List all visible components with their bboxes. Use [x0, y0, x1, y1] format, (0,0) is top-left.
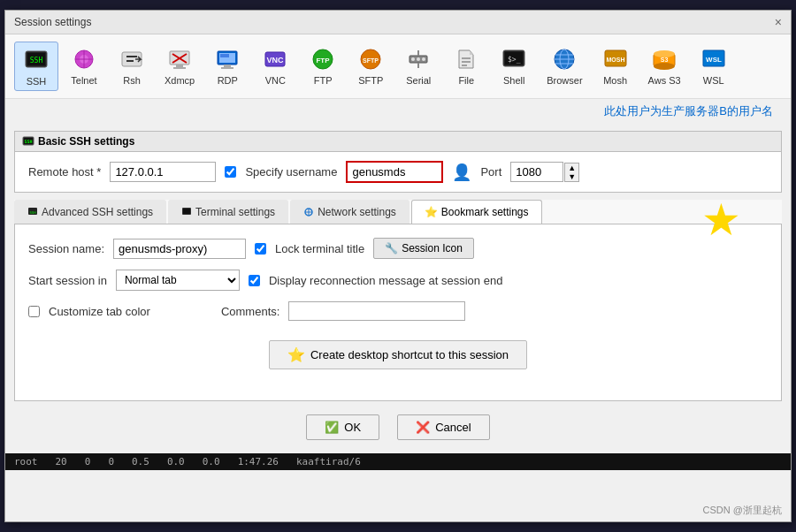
- port-input[interactable]: [510, 162, 563, 182]
- ok-icon: ✅: [325, 421, 339, 434]
- tab-network[interactable]: Network settings: [290, 200, 409, 224]
- rdp-icon: [213, 45, 241, 73]
- session-name-input[interactable]: [113, 239, 246, 259]
- tab-advanced-ssh[interactable]: SSH Advanced SSH settings: [14, 200, 166, 224]
- create-shortcut-button[interactable]: ⭐ Create desktop shortcut to this sessio…: [269, 340, 527, 369]
- remote-host-label: Remote host *: [28, 165, 101, 179]
- terminal-val3: 0: [108, 456, 114, 467]
- ssh-label: SSH: [27, 76, 47, 87]
- shortcut-star-icon: ⭐: [287, 346, 305, 363]
- user-icon[interactable]: 👤: [452, 163, 471, 182]
- tab-terminal[interactable]: Terminal settings: [168, 200, 288, 224]
- network-tab-icon: [303, 207, 314, 217]
- shell-icon: $>_: [500, 45, 528, 73]
- tab-bookmark-label: Bookmark settings: [441, 206, 529, 218]
- bookmark-row3: Customize tab color Comments:: [28, 301, 768, 321]
- session-icon-label: Session Icon: [402, 242, 463, 255]
- svg-point-29: [422, 57, 425, 61]
- toolbar-ssh[interactable]: SSH SSH: [14, 42, 58, 91]
- browser-label: Browser: [547, 75, 582, 86]
- port-arrows: ▲ ▼: [564, 163, 579, 182]
- svg-text:FTP: FTP: [317, 57, 331, 65]
- awss3-icon: S3: [650, 45, 678, 73]
- xdmcp-label: Xdmcp: [165, 75, 195, 86]
- sftp-label: SFTP: [358, 75, 383, 86]
- specify-username-checkbox[interactable]: [225, 166, 236, 178]
- toolbar-serial[interactable]: Serial: [396, 42, 440, 91]
- session-icon-button[interactable]: 🔧 Session Icon: [373, 238, 474, 259]
- svg-text:VNC: VNC: [267, 56, 285, 65]
- ssh-section-icon: SSH: [22, 135, 34, 148]
- ok-button[interactable]: ✅ OK: [306, 414, 379, 440]
- toolbar-ftp[interactable]: FTP FTP: [301, 42, 345, 91]
- port-up-arrow[interactable]: ▲: [565, 163, 578, 172]
- vnc-icon: VNC: [261, 45, 289, 73]
- svg-text:$>_: $>_: [508, 56, 521, 64]
- shortcut-btn-label: Create desktop shortcut to this session: [310, 348, 509, 361]
- comments-input[interactable]: [288, 301, 465, 321]
- specify-username-label: Specify username: [245, 165, 337, 179]
- bookmark-row1: Session name: Lock terminal title 🔧 Sess…: [28, 238, 768, 259]
- file-label: File: [458, 75, 474, 86]
- telnet-icon: [70, 45, 98, 73]
- display-reconnect-checkbox[interactable]: [249, 275, 260, 286]
- bookmark-row4: ⭐ Create desktop shortcut to this sessio…: [28, 340, 768, 369]
- toolbar-vnc[interactable]: VNC VNC: [253, 42, 297, 91]
- bookmark-tab-icon: ⭐: [425, 206, 438, 218]
- session-name-label: Session name:: [28, 242, 104, 255]
- svg-point-27: [411, 57, 415, 61]
- toolbar-file[interactable]: File: [444, 42, 488, 91]
- rsh-label: Rsh: [123, 75, 141, 86]
- svg-text:S3: S3: [661, 57, 669, 63]
- terminal-val4: 0.5: [132, 456, 149, 467]
- wsl-label: WSL: [703, 75, 724, 86]
- basic-ssh-title: Basic SSH settings: [38, 135, 134, 148]
- ftp-icon: FTP: [309, 45, 337, 73]
- toolbar-awss3[interactable]: S3 Aws S3: [641, 42, 688, 91]
- comments-label: Comments:: [221, 305, 279, 318]
- tabs-bar: SSH Advanced SSH settings Terminal setti…: [14, 200, 782, 224]
- svg-text:SFTP: SFTP: [363, 57, 379, 64]
- cancel-icon: ❌: [416, 421, 430, 434]
- customize-tab-checkbox[interactable]: [28, 306, 40, 317]
- telnet-label: Telnet: [71, 75, 96, 86]
- toolbar-shell[interactable]: $>_ Shell: [492, 42, 536, 91]
- svg-rect-17: [224, 65, 231, 67]
- username-input[interactable]: [346, 161, 443, 183]
- ok-label: OK: [344, 421, 361, 434]
- wsl-icon: WSL: [700, 45, 728, 73]
- terminal-time: 1:47.26: [238, 456, 279, 467]
- sftp-icon: SFTP: [356, 45, 385, 73]
- toolbar-browser[interactable]: Browser: [540, 42, 589, 91]
- toolbar-mosh[interactable]: MOSH Mosh: [593, 42, 638, 91]
- lock-terminal-checkbox[interactable]: [255, 243, 266, 255]
- terminal-val5: 0.0: [167, 456, 185, 467]
- close-button[interactable]: ×: [775, 15, 782, 29]
- serial-icon: [404, 45, 432, 73]
- port-down-arrow[interactable]: ▼: [565, 172, 578, 181]
- xdmcp-icon: [165, 45, 194, 73]
- toolbar-rdp[interactable]: RDP: [205, 42, 249, 91]
- tab-bookmark[interactable]: ⭐ Bookmark settings: [411, 200, 542, 224]
- toolbar-telnet[interactable]: Telnet: [62, 42, 106, 91]
- port-spinner: ▲ ▼: [510, 162, 579, 182]
- svg-rect-57: [183, 209, 190, 214]
- toolbar-rsh[interactable]: Rsh: [110, 42, 154, 91]
- dialog-title: Session settings: [14, 16, 91, 28]
- svg-text:MOSH: MOSH: [606, 57, 624, 63]
- terminal-val2: 0: [85, 456, 91, 467]
- svg-point-28: [417, 57, 420, 61]
- svg-text:SSH: SSH: [24, 139, 32, 144]
- toolbar-wsl[interactable]: WSL WSL: [692, 42, 736, 91]
- cancel-button[interactable]: ❌ Cancel: [397, 414, 489, 440]
- rsh-icon: [118, 45, 146, 73]
- toolbar-xdmcp[interactable]: Xdmcp: [157, 42, 202, 91]
- shortcut-btn-wrapper: ⭐ Create desktop shortcut to this sessio…: [28, 340, 768, 369]
- start-session-select[interactable]: Normal tab New window Floating window: [116, 270, 240, 291]
- hint-text: 此处用户为生产服务器B的用户名: [5, 99, 791, 124]
- remote-host-input[interactable]: [110, 162, 216, 182]
- svg-text:SSH: SSH: [30, 57, 43, 65]
- terminal-tab-icon: [181, 207, 192, 217]
- toolbar-sftp[interactable]: SFTP SFTP: [348, 42, 393, 91]
- svg-rect-19: [220, 54, 229, 57]
